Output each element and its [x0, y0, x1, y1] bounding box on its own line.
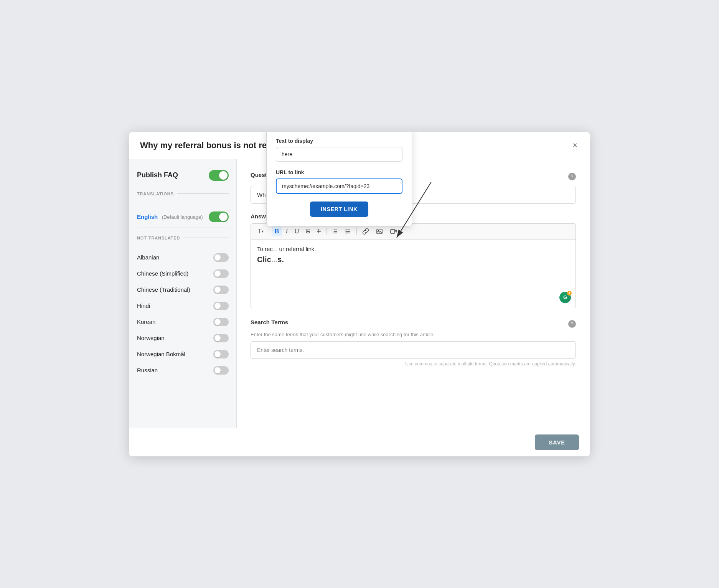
not-translated-header: NOT TRANSLATED [137, 236, 229, 246]
url-field-wrapper [276, 178, 402, 194]
english-default-label: (Default language) [162, 214, 203, 220]
toolbar-text-style-button[interactable]: T ▾ [255, 226, 267, 236]
toggle-small-thumb [214, 303, 221, 309]
toolbar-clear-format-button[interactable]: T [314, 226, 324, 236]
norwegian-bokmal-name: Norwegian Bokmål [137, 351, 185, 357]
search-terms-description: Enter the same terms that your customers… [251, 332, 576, 337]
norwegian-bokmal-toggle[interactable] [213, 350, 229, 358]
toolbar-ordered-list-button[interactable]: 1 2 3 [329, 226, 341, 236]
sidebar: Publish FAQ TRANSLATIONS English (Defaul… [129, 159, 237, 428]
divider [177, 193, 229, 194]
toolbar-italic-button[interactable]: I [283, 226, 290, 236]
editor-text-line-1: To rec... ur referral link. [257, 246, 569, 252]
norwegian-name: Norwegian [137, 335, 165, 341]
toolbar-video-button[interactable] [387, 226, 400, 237]
editor-bold-line: Clic...s. [257, 255, 569, 264]
search-terms-section: Search Terms ? Enter the same terms that… [251, 319, 576, 367]
english-lang-name: English [137, 213, 158, 220]
modal-container: Why my referral bonus is not received? ×… [129, 132, 590, 456]
divider [183, 238, 229, 238]
publish-faq-label: Publish FAQ [137, 171, 178, 179]
chinese-simplified-row[interactable]: Chinese (Simplified) [137, 266, 229, 282]
toolbar-separator [269, 228, 269, 235]
english-toggle[interactable] [209, 211, 229, 222]
search-terms-help-icon[interactable]: ? [568, 320, 576, 328]
albanian-toggle[interactable] [213, 253, 229, 262]
not-translated-section: NOT TRANSLATED Albanian Chinese (Simplif… [137, 236, 229, 378]
toggle-small-thumb [214, 254, 221, 261]
url-input[interactable] [276, 178, 402, 194]
toggle-thumb [219, 213, 228, 221]
russian-name: Russian [137, 367, 158, 373]
russian-row[interactable]: Russian [137, 362, 229, 378]
toolbar-unordered-list-button[interactable] [342, 226, 354, 236]
hindi-name: Hindi [137, 302, 150, 309]
save-button[interactable]: SAVE [535, 434, 579, 450]
search-terms-header: Search Terms ? [251, 319, 576, 329]
hindi-toggle[interactable] [213, 302, 229, 310]
text-to-display-label: Text to display [276, 138, 402, 144]
albanian-row[interactable]: Albanian [137, 249, 229, 266]
search-terms-label: Search Terms [251, 319, 288, 325]
norwegian-row[interactable]: Norwegian [137, 330, 229, 346]
chinese-traditional-name: Chinese (Traditional) [137, 286, 190, 293]
toggle-small-thumb [214, 287, 221, 293]
not-translated-label: NOT TRANSLATED [137, 236, 180, 240]
editor-area[interactable]: To rec... ur referral link. Clic...s. G … [251, 239, 576, 308]
norwegian-toggle[interactable] [213, 334, 229, 342]
grammarly-badge-wrapper: G 1 [559, 292, 571, 303]
toolbar-bold-button[interactable]: B [272, 226, 282, 236]
svg-point-6 [345, 229, 346, 230]
link-popup: Text to display URL to link INSERT LINK [266, 132, 412, 226]
toggle-small-thumb [214, 271, 221, 277]
svg-point-10 [345, 232, 346, 233]
korean-row[interactable]: Korean [137, 314, 229, 330]
translations-header: TRANSLATIONS [137, 192, 229, 202]
toggle-small-thumb [214, 351, 221, 357]
grammarly-badge: G 1 [559, 292, 571, 303]
russian-toggle[interactable] [213, 366, 229, 375]
toolbar-underline-button[interactable]: U [292, 226, 302, 236]
toggle-small-thumb [214, 319, 221, 325]
toolbar-separator-2 [326, 228, 327, 235]
text-to-display-input[interactable] [276, 147, 402, 162]
toolbar-separator-3 [356, 228, 357, 235]
svg-text:3: 3 [333, 232, 334, 234]
korean-name: Korean [137, 319, 155, 325]
toolbar-strikethrough-button[interactable]: S [303, 226, 313, 236]
publish-faq-row: Publish FAQ [137, 170, 229, 181]
svg-point-8 [345, 231, 346, 232]
chinese-simplified-toggle[interactable] [213, 269, 229, 278]
svg-rect-14 [391, 230, 395, 233]
chinese-traditional-toggle[interactable] [213, 286, 229, 294]
chinese-traditional-row[interactable]: Chinese (Traditional) [137, 282, 229, 298]
question-help-icon[interactable]: ? [568, 173, 576, 180]
chinese-simplified-name: Chinese (Simplified) [137, 270, 188, 277]
search-terms-hint: Use commas to separate multiple terms. Q… [251, 361, 576, 367]
toolbar-link-button[interactable] [359, 226, 372, 237]
grammarly-notification-dot: 1 [567, 291, 572, 296]
translations-label: TRANSLATIONS [137, 192, 174, 196]
toggle-small-thumb [214, 367, 221, 373]
publish-faq-toggle[interactable] [209, 170, 229, 181]
toolbar-image-button[interactable] [373, 226, 386, 237]
norwegian-bokmal-row[interactable]: Norwegian Bokmål [137, 346, 229, 362]
main-content: Question (English - default language) ? … [237, 159, 590, 428]
english-lang-info: English (Default language) [137, 213, 203, 220]
url-label: URL to link [276, 169, 402, 175]
english-lang-row[interactable]: English (Default language) [137, 208, 229, 228]
korean-toggle[interactable] [213, 318, 229, 326]
search-terms-input[interactable] [251, 341, 576, 359]
modal-footer: SAVE [129, 428, 590, 456]
toggle-small-thumb [214, 335, 221, 341]
insert-link-button[interactable]: INSERT LINK [310, 202, 368, 217]
toggle-thumb [219, 171, 228, 180]
close-button[interactable]: × [571, 140, 579, 151]
albanian-name: Albanian [137, 254, 159, 261]
hindi-row[interactable]: Hindi [137, 298, 229, 314]
modal-body: Publish FAQ TRANSLATIONS English (Defaul… [129, 159, 590, 428]
